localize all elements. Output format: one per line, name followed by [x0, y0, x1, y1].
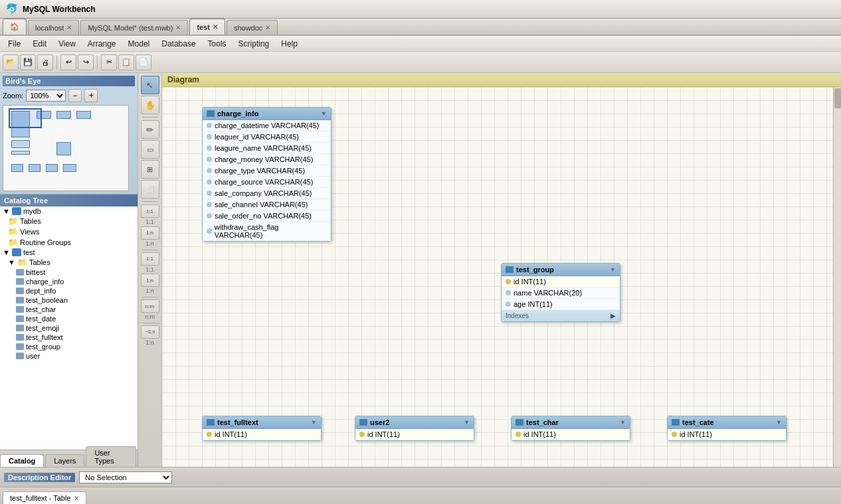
tree-item-test-db[interactable]: ▼ test: [0, 248, 138, 257]
table-icon-charge-info: [16, 278, 24, 285]
test-cate-expand[interactable]: ▼: [776, 419, 782, 426]
toolbar-cut[interactable]: ✂: [101, 54, 117, 70]
tool-eraser[interactable]: ✏: [141, 120, 159, 139]
tree-label-mydb-views: Views: [20, 228, 39, 236]
tool-rel-1nc[interactable]: ⊣1:n: [141, 325, 159, 339]
tool-note[interactable]: ▭: [141, 140, 159, 159]
test-group-indexes[interactable]: Indexes ▶: [502, 310, 620, 321]
field-name-sale-order-no: sale_order_no VARCHAR(45): [215, 212, 312, 220]
db-table-user2[interactable]: user2 ▼ id INT(11): [355, 416, 474, 441]
description-select[interactable]: No Selection: [79, 471, 172, 483]
menu-scripting[interactable]: Scripting: [233, 38, 275, 50]
menu-edit[interactable]: Edit: [27, 38, 52, 50]
tool-pointer[interactable]: ↖: [141, 76, 159, 94]
toolbar-open[interactable]: 📂: [3, 54, 19, 70]
tab-model-close[interactable]: ✕: [175, 24, 181, 31]
tool-rel-1-1-b[interactable]: 1:1: [141, 252, 159, 266]
toolbar-copy[interactable]: 📄: [136, 54, 151, 70]
toolbar-print[interactable]: 🖨: [37, 54, 53, 70]
folder-icon-views: 📁: [8, 227, 18, 236]
tool-rel-1-1[interactable]: 1:1: [141, 205, 159, 218]
tree-item-test-group[interactable]: test_group: [0, 342, 138, 351]
tree-item-test-boolean[interactable]: test_boolean: [0, 295, 138, 305]
user2-expand[interactable]: ▼: [464, 419, 470, 426]
tab-localhost-label: localhost: [35, 24, 64, 32]
db-table-test-fulltext-bottom[interactable]: test_fulltext ▼ id INT(11): [202, 416, 322, 441]
db-table-test-group[interactable]: test_group ▼ id INT(11) name VARCHAR(20)…: [501, 263, 620, 322]
tool-layer[interactable]: ⊞: [141, 160, 159, 179]
mini-table-8: [46, 164, 58, 172]
zoom-in-button[interactable]: +: [84, 89, 98, 102]
field-tc-id: id INT(11): [512, 429, 630, 440]
field-icon-withdraw-cash-flag: [207, 228, 212, 234]
tool-rel-1-n[interactable]: 1:n: [141, 226, 159, 240]
tab-localhost[interactable]: localhost ✕: [28, 20, 79, 35]
description-editor: Description Editor No Selection: [0, 467, 841, 487]
menu-view[interactable]: View: [53, 38, 81, 50]
tree-item-mydb-tables[interactable]: 📁 Tables: [0, 216, 138, 226]
menu-file[interactable]: File: [3, 38, 26, 50]
tree-item-dept-info[interactable]: dept_info: [0, 286, 138, 295]
toolbar-paste[interactable]: 📋: [118, 54, 134, 70]
side-sep-2: [142, 201, 158, 202]
menu-arrange[interactable]: Arrange: [82, 38, 122, 50]
test-char-expand[interactable]: ▼: [620, 419, 626, 426]
indexes-expand-icon[interactable]: ▶: [610, 312, 616, 319]
tree-item-test-fulltext[interactable]: test_fulltext: [0, 333, 138, 342]
tree-item-test-tables-folder[interactable]: ▼ 📁 Tables: [0, 257, 138, 268]
zoom-out-button[interactable]: −: [68, 89, 82, 102]
charge-info-expand[interactable]: ▼: [321, 110, 327, 117]
tab-test[interactable]: test ✕: [189, 19, 225, 35]
zoom-select[interactable]: 50% 100% 150% 200%: [26, 90, 66, 102]
tool-rel-nm[interactable]: n:m: [141, 299, 159, 313]
tab-localhost-close[interactable]: ✕: [66, 24, 72, 31]
test-group-expand[interactable]: ▼: [610, 266, 616, 273]
tab-showdoc-close[interactable]: ✕: [265, 24, 270, 31]
birds-eye-panel: Bird's Eye Zoom: 50% 100% 150% 200% − +: [0, 73, 138, 195]
tree-item-test-emoji[interactable]: test_emoji: [0, 323, 138, 333]
tool-image[interactable]: ⬜: [141, 180, 159, 199]
menu-database[interactable]: Database: [156, 38, 201, 50]
tool-hand[interactable]: ✋: [141, 96, 159, 114]
tree-item-user[interactable]: user: [0, 351, 138, 361]
diagram-scrollbar-v[interactable]: [833, 87, 841, 467]
menu-model[interactable]: Model: [123, 38, 155, 50]
field-withdraw-cash-flag: withdraw_cash_flag VARCHAR(45): [203, 222, 331, 241]
test-fulltext-expand[interactable]: ▼: [311, 419, 317, 426]
db-table-test-cate[interactable]: test_cate ▼ id INT(11): [667, 416, 787, 441]
tree-item-mydb-routines[interactable]: 📁 Routine Groups: [0, 237, 138, 248]
db-table-charge-info[interactable]: charge_info ▼ charge_datetime VARCHAR(45…: [202, 107, 331, 242]
field-icon-tg-age: [506, 301, 511, 307]
field-charge-source: charge_source VARCHAR(45): [203, 177, 331, 188]
tab-layers[interactable]: Layers: [45, 454, 84, 467]
tab-showdoc[interactable]: showdoc ✕: [227, 20, 278, 35]
diagram-canvas[interactable]: charge_info ▼ charge_datetime VARCHAR(45…: [162, 87, 841, 467]
tree-item-test-date[interactable]: test_date: [0, 314, 138, 323]
menu-tools[interactable]: Tools: [203, 38, 232, 50]
content-tab-test-fulltext[interactable]: test_fulltext - Table ✕: [3, 491, 86, 504]
toolbar-redo[interactable]: ↪: [78, 54, 94, 70]
content-tab-close-test-fulltext[interactable]: ✕: [74, 495, 79, 502]
menu-help[interactable]: Help: [276, 38, 303, 50]
toolbar-save[interactable]: 💾: [20, 54, 36, 70]
tab-test-close[interactable]: ✕: [213, 23, 218, 31]
db-table-test-char-bottom[interactable]: test_char ▼ id INT(11): [511, 416, 630, 441]
tab-user-types[interactable]: User Types: [86, 446, 136, 467]
tree-item-mydb-views[interactable]: 📁 Views: [0, 226, 138, 237]
tab-home[interactable]: 🏠: [3, 19, 27, 35]
tree-item-test-char[interactable]: test_char: [0, 305, 138, 314]
tab-model[interactable]: MySQL Model* (test.mwb) ✕: [80, 20, 188, 35]
tree-item-charge-info[interactable]: charge_info: [0, 277, 138, 286]
tree-item-mydb[interactable]: ▼ mydb: [0, 207, 138, 216]
table-icon-bittest: [16, 269, 24, 276]
folder-icon-tables: 📁: [8, 216, 18, 226]
mini-table-2: [11, 151, 30, 155]
field-name-sale-company: sale_company VARCHAR(45): [215, 189, 312, 197]
tab-catalog[interactable]: Catalog: [0, 454, 44, 467]
tab-showdoc-label: showdoc: [234, 24, 262, 32]
tree-item-bittest[interactable]: bittest: [0, 268, 138, 277]
tool-rel-1-n-b[interactable]: 1:n: [141, 274, 159, 287]
toolbar-undo[interactable]: ↩: [60, 54, 76, 70]
mini-table-6: [11, 164, 23, 172]
app-icon: 🐬: [5, 3, 19, 15]
